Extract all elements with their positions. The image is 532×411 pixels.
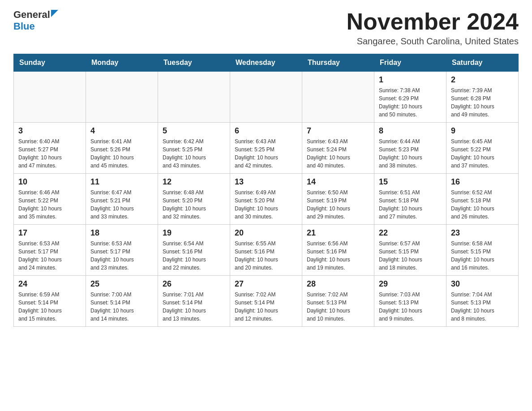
logo: General Blue: [13, 9, 58, 32]
calendar-cell: 16Sunrise: 6:52 AMSunset: 5:18 PMDayligh…: [446, 174, 519, 225]
day-info: Sunrise: 7:02 AMSunset: 5:14 PMDaylight:…: [235, 291, 297, 323]
day-info: Sunrise: 6:40 AMSunset: 5:27 PMDaylight:…: [18, 137, 81, 170]
calendar-cell: [230, 72, 302, 123]
day-info: Sunrise: 6:53 AMSunset: 5:17 PMDaylight:…: [18, 240, 81, 272]
header-row: SundayMondayTuesdayWednesdayThursdayFrid…: [14, 54, 519, 72]
calendar-cell: 1Sunrise: 7:38 AMSunset: 6:29 PMDaylight…: [374, 72, 446, 123]
day-info: Sunrise: 6:46 AMSunset: 5:22 PMDaylight:…: [18, 188, 81, 221]
calendar-cell: 9Sunrise: 6:45 AMSunset: 5:22 PMDaylight…: [446, 123, 519, 174]
day-number: 22: [379, 228, 442, 238]
calendar-cell: 6Sunrise: 6:43 AMSunset: 5:25 PMDaylight…: [230, 123, 302, 174]
calendar-cell: 30Sunrise: 7:04 AMSunset: 5:13 PMDayligh…: [446, 276, 519, 327]
calendar-header: SundayMondayTuesdayWednesdayThursdayFrid…: [14, 54, 519, 72]
day-info: Sunrise: 6:54 AMSunset: 5:16 PMDaylight:…: [163, 240, 225, 272]
day-info: Sunrise: 6:59 AMSunset: 5:14 PMDaylight:…: [18, 291, 81, 323]
page-header: General Blue November 2024 Sangaree, Sou…: [13, 9, 519, 47]
day-number: 24: [18, 279, 81, 289]
calendar-cell: 20Sunrise: 6:55 AMSunset: 5:16 PMDayligh…: [230, 225, 302, 276]
header-sunday: Sunday: [14, 54, 86, 72]
logo-blue-text: Blue: [13, 21, 35, 32]
calendar-table: SundayMondayTuesdayWednesdayThursdayFrid…: [13, 54, 519, 327]
day-number: 25: [90, 279, 153, 289]
calendar-cell: [302, 72, 374, 123]
day-number: 13: [235, 177, 297, 187]
calendar-cell: 7Sunrise: 6:43 AMSunset: 5:24 PMDaylight…: [302, 123, 374, 174]
week-row-2: 3Sunrise: 6:40 AMSunset: 5:27 PMDaylight…: [14, 123, 519, 174]
day-number: 4: [90, 126, 153, 136]
header-thursday: Thursday: [302, 54, 374, 72]
day-number: 9: [451, 126, 514, 136]
day-number: 26: [163, 279, 225, 289]
day-info: Sunrise: 7:39 AMSunset: 6:28 PMDaylight:…: [451, 86, 514, 119]
calendar-cell: 28Sunrise: 7:02 AMSunset: 5:13 PMDayligh…: [302, 276, 374, 327]
header-tuesday: Tuesday: [158, 54, 230, 72]
day-info: Sunrise: 6:51 AMSunset: 5:18 PMDaylight:…: [379, 188, 442, 221]
day-info: Sunrise: 6:55 AMSunset: 5:16 PMDaylight:…: [235, 240, 297, 272]
day-number: 19: [163, 228, 225, 238]
day-info: Sunrise: 6:45 AMSunset: 5:22 PMDaylight:…: [451, 137, 514, 170]
calendar-cell: 4Sunrise: 6:41 AMSunset: 5:26 PMDaylight…: [86, 123, 158, 174]
calendar-cell: 2Sunrise: 7:39 AMSunset: 6:28 PMDaylight…: [446, 72, 519, 123]
day-number: 23: [451, 228, 514, 238]
week-row-3: 10Sunrise: 6:46 AMSunset: 5:22 PMDayligh…: [14, 174, 519, 225]
day-info: Sunrise: 7:04 AMSunset: 5:13 PMDaylight:…: [451, 291, 514, 323]
logo-general-text: General: [13, 9, 50, 21]
day-info: Sunrise: 7:38 AMSunset: 6:29 PMDaylight:…: [379, 86, 442, 119]
title-area: November 2024 Sangaree, South Carolina, …: [347, 9, 519, 47]
day-number: 11: [90, 177, 153, 187]
day-info: Sunrise: 6:49 AMSunset: 5:20 PMDaylight:…: [235, 188, 297, 221]
calendar-cell: 22Sunrise: 6:57 AMSunset: 5:15 PMDayligh…: [374, 225, 446, 276]
calendar-cell: 19Sunrise: 6:54 AMSunset: 5:16 PMDayligh…: [158, 225, 230, 276]
week-row-4: 17Sunrise: 6:53 AMSunset: 5:17 PMDayligh…: [14, 225, 519, 276]
calendar-cell: [14, 72, 86, 123]
calendar-subtitle: Sangaree, South Carolina, United States: [347, 36, 519, 47]
day-info: Sunrise: 6:41 AMSunset: 5:26 PMDaylight:…: [90, 137, 153, 170]
day-number: 15: [379, 177, 442, 187]
calendar-cell: 17Sunrise: 6:53 AMSunset: 5:17 PMDayligh…: [14, 225, 86, 276]
calendar-cell: 21Sunrise: 6:56 AMSunset: 5:16 PMDayligh…: [302, 225, 374, 276]
day-info: Sunrise: 6:43 AMSunset: 5:25 PMDaylight:…: [235, 137, 297, 170]
day-info: Sunrise: 6:56 AMSunset: 5:16 PMDaylight:…: [307, 240, 369, 272]
day-info: Sunrise: 6:58 AMSunset: 5:15 PMDaylight:…: [451, 240, 514, 272]
day-number: 18: [90, 228, 153, 238]
day-info: Sunrise: 6:47 AMSunset: 5:21 PMDaylight:…: [90, 188, 153, 221]
day-number: 30: [451, 279, 514, 289]
header-saturday: Saturday: [446, 54, 519, 72]
day-info: Sunrise: 7:02 AMSunset: 5:13 PMDaylight:…: [307, 291, 369, 323]
day-info: Sunrise: 6:42 AMSunset: 5:25 PMDaylight:…: [163, 137, 225, 170]
day-info: Sunrise: 6:48 AMSunset: 5:20 PMDaylight:…: [163, 188, 225, 221]
calendar-cell: 27Sunrise: 7:02 AMSunset: 5:14 PMDayligh…: [230, 276, 302, 327]
day-number: 21: [307, 228, 369, 238]
calendar-cell: [86, 72, 158, 123]
day-info: Sunrise: 6:50 AMSunset: 5:19 PMDaylight:…: [307, 188, 369, 221]
day-number: 1: [379, 75, 442, 85]
header-monday: Monday: [86, 54, 158, 72]
day-number: 17: [18, 228, 81, 238]
day-info: Sunrise: 7:01 AMSunset: 5:14 PMDaylight:…: [163, 291, 225, 323]
logo-arrow-icon: [51, 10, 58, 17]
day-number: 10: [18, 177, 81, 187]
day-number: 12: [163, 177, 225, 187]
day-number: 8: [379, 126, 442, 136]
day-number: 2: [451, 75, 514, 85]
day-info: Sunrise: 6:44 AMSunset: 5:23 PMDaylight:…: [379, 137, 442, 170]
calendar-cell: 14Sunrise: 6:50 AMSunset: 5:19 PMDayligh…: [302, 174, 374, 225]
day-number: 29: [379, 279, 442, 289]
calendar-cell: 24Sunrise: 6:59 AMSunset: 5:14 PMDayligh…: [14, 276, 86, 327]
day-info: Sunrise: 6:57 AMSunset: 5:15 PMDaylight:…: [379, 240, 442, 272]
day-number: 6: [235, 126, 297, 136]
day-number: 20: [235, 228, 297, 238]
day-number: 28: [307, 279, 369, 289]
day-info: Sunrise: 6:53 AMSunset: 5:17 PMDaylight:…: [90, 240, 153, 272]
calendar-body: 1Sunrise: 7:38 AMSunset: 6:29 PMDaylight…: [14, 72, 519, 327]
week-row-5: 24Sunrise: 6:59 AMSunset: 5:14 PMDayligh…: [14, 276, 519, 327]
calendar-cell: 3Sunrise: 6:40 AMSunset: 5:27 PMDaylight…: [14, 123, 86, 174]
calendar-cell: 25Sunrise: 7:00 AMSunset: 5:14 PMDayligh…: [86, 276, 158, 327]
day-number: 3: [18, 126, 81, 136]
calendar-cell: 5Sunrise: 6:42 AMSunset: 5:25 PMDaylight…: [158, 123, 230, 174]
week-row-1: 1Sunrise: 7:38 AMSunset: 6:29 PMDaylight…: [14, 72, 519, 123]
day-number: 16: [451, 177, 514, 187]
calendar-cell: 13Sunrise: 6:49 AMSunset: 5:20 PMDayligh…: [230, 174, 302, 225]
day-info: Sunrise: 7:03 AMSunset: 5:13 PMDaylight:…: [379, 291, 442, 323]
header-friday: Friday: [374, 54, 446, 72]
